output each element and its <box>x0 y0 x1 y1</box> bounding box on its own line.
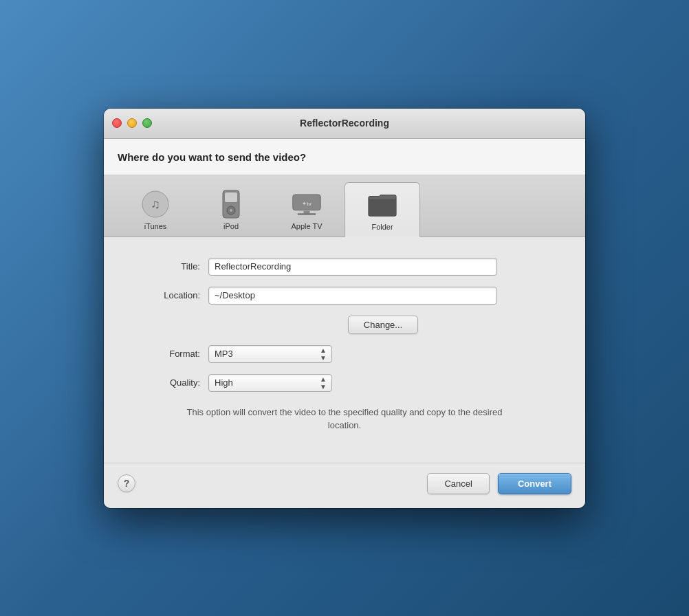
quality-select[interactable]: High Medium Low <box>208 374 332 392</box>
help-button[interactable]: ? <box>118 474 135 492</box>
title-input[interactable] <box>208 258 497 276</box>
format-select[interactable]: MP3 AAC AIFF WAV <box>208 345 332 363</box>
traffic-lights <box>112 118 152 128</box>
cancel-button[interactable]: Cancel <box>427 473 489 494</box>
location-row: Location: <box>131 287 558 305</box>
question-text: Where do you want to send the video? <box>118 151 306 163</box>
folder-icon <box>367 190 397 220</box>
change-button-row: Change... <box>208 316 558 334</box>
appletv-icon: ✦tv <box>292 189 322 219</box>
tab-folder-label: Folder <box>371 223 393 231</box>
quality-label: Quality: <box>131 377 200 388</box>
titlebar: ReflectorRecording <box>104 109 585 139</box>
location-label: Location: <box>131 290 200 300</box>
format-select-wrapper: MP3 AAC AIFF WAV ▲ ▼ <box>208 345 332 363</box>
ipod-icon <box>216 189 246 219</box>
footer: ? Cancel Convert <box>104 463 585 508</box>
tab-folder[interactable]: Folder <box>344 182 420 237</box>
quality-select-wrapper: High Medium Low ▲ ▼ <box>208 374 332 392</box>
itunes-icon: ♫ <box>140 189 171 219</box>
change-button[interactable]: Change... <box>348 316 418 334</box>
format-label: Format: <box>131 349 200 359</box>
description-text: This option will convert the video to th… <box>173 406 516 432</box>
svg-text:✦tv: ✦tv <box>302 200 312 206</box>
question-header: Where do you want to send the video? <box>104 139 585 175</box>
tab-itunes[interactable]: ♫ iTunes <box>118 182 193 236</box>
tab-appletv-label: Apple TV <box>291 222 322 230</box>
title-label: Title: <box>131 261 200 272</box>
convert-button[interactable]: Convert <box>498 473 571 494</box>
footer-buttons: Cancel Convert <box>427 473 571 494</box>
format-row: Format: MP3 AAC AIFF WAV ▲ ▼ <box>131 345 558 363</box>
main-window: ReflectorRecording Where do you want to … <box>104 109 585 508</box>
svg-point-5 <box>230 209 232 212</box>
svg-text:♫: ♫ <box>151 197 160 211</box>
svg-rect-3 <box>225 192 237 202</box>
tab-ipod[interactable]: iPod <box>193 182 269 236</box>
maximize-button[interactable] <box>142 118 152 128</box>
content-area: Title: Location: Change... Format: MP3 A… <box>104 237 585 463</box>
close-button[interactable] <box>112 118 122 128</box>
minimize-button[interactable] <box>127 118 137 128</box>
tab-appletv[interactable]: ✦tv Apple TV <box>269 182 344 236</box>
location-input[interactable] <box>208 287 497 305</box>
window-title: ReflectorRecording <box>300 118 389 129</box>
tab-bar: ♫ iTunes iPod ✦tv <box>104 175 585 237</box>
tab-itunes-label: iTunes <box>144 222 167 230</box>
svg-rect-9 <box>298 213 316 215</box>
tab-ipod-label: iPod <box>223 222 239 230</box>
title-row: Title: <box>131 258 558 276</box>
quality-row: Quality: High Medium Low ▲ ▼ <box>131 374 558 392</box>
